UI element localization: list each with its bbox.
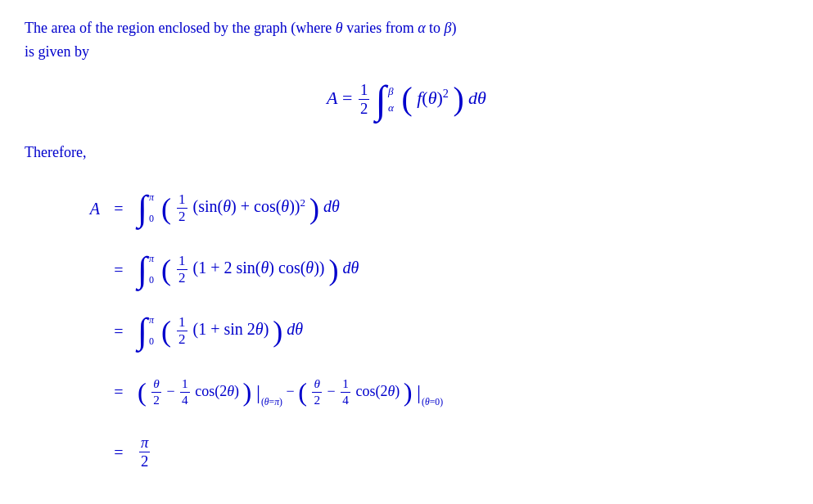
formula-integrand: ( f(θ)2 ) dθ [401,88,486,108]
step2-lhs [74,239,106,300]
steps-table: A = ∫ π 0 ( 1 2 (sin(θ) + cos(θ))2 ) dθ … [74,178,449,483]
step5-lhs [74,422,106,483]
formula-lhs: A [327,88,337,108]
therefore-label: Therefore, [25,144,788,161]
step-5: = π 2 [74,422,449,483]
step-3: = ∫ π 0 ( 1 2 (1 + sin 2θ) ) dθ [74,300,449,362]
intro-text-2: is given by [25,43,89,60]
step1-lhs: A [74,178,106,239]
step-2: = ∫ π 0 ( 1 2 (1 + 2 sin(θ) cos(θ)) ) dθ [74,239,449,300]
step3-eq: = [106,300,131,362]
step1-eq: = [106,178,131,239]
integral-limits: β α [388,85,394,115]
step5-rhs: π 2 [131,422,449,483]
step3-lhs [74,300,106,362]
integral-sign: ∫ [376,80,386,119]
step2-eq: = [106,239,131,300]
formula-integral: ∫ β α [376,80,397,119]
intro-text-1: The area of the region enclosed by the g… [25,20,457,36]
intro-paragraph: The area of the region enclosed by the g… [25,16,788,64]
step1-rhs: ∫ π 0 ( 1 2 (sin(θ) + cos(θ))2 ) dθ [131,178,449,239]
formula-equals: = [342,88,357,108]
formula-half-frac: 1 2 [359,81,369,119]
step4-rhs: ( θ 2 − 1 4 cos(2θ) ) |(θ=π) − ( θ 2 − 1… [131,362,449,422]
main-formula: A = 1 2 ∫ β α ( f(θ)2 ) dθ [25,80,788,119]
step5-eq: = [106,422,131,483]
step2-rhs: ∫ π 0 ( 1 2 (1 + 2 sin(θ) cos(θ)) ) dθ [131,239,449,300]
step4-lhs [74,362,106,422]
step-1: A = ∫ π 0 ( 1 2 (sin(θ) + cos(θ))2 ) dθ [74,178,449,239]
step4-eq: = [106,362,131,422]
step3-rhs: ∫ π 0 ( 1 2 (1 + sin 2θ) ) dθ [131,300,449,362]
step-4: = ( θ 2 − 1 4 cos(2θ) ) |(θ=π) − ( θ 2 −… [74,362,449,422]
